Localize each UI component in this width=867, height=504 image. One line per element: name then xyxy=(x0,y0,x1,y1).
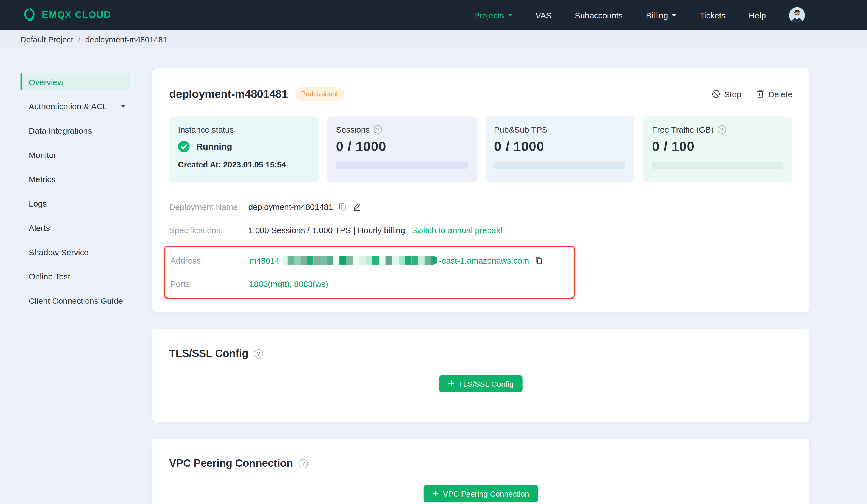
sessions-card: Sessions ? 0 / 1000 xyxy=(327,117,476,183)
pubsub-tps-card: Pub&Sub TPS 0 / 1000 xyxy=(485,117,634,183)
ports-label: Ports: xyxy=(170,278,249,288)
vpc-peering-title: VPC Peering Connection xyxy=(169,458,293,470)
sidebar-item-logs[interactable]: Logs xyxy=(21,195,131,211)
help-icon[interactable]: ? xyxy=(718,125,726,134)
ports-value: 1883(mqtt), 8083(ws) xyxy=(249,278,328,288)
sidebar-item-client-connections-guide[interactable]: Client Connections Guide xyxy=(21,292,131,309)
sidebar-item-shadow-service[interactable]: Shadow Service xyxy=(21,243,131,260)
address-label: Address: xyxy=(170,255,249,265)
nav-billing[interactable]: Billing xyxy=(646,10,676,20)
top-navbar: EMQX CLOUD Projects VAS Subaccounts Bill… xyxy=(0,0,867,30)
breadcrumb-project[interactable]: Default Project xyxy=(21,35,73,44)
trash-icon xyxy=(756,90,764,98)
help-icon[interactable]: ? xyxy=(254,349,263,358)
delete-button[interactable]: Delete xyxy=(756,89,792,99)
created-at: Created At: 2023.01.05 15:54 xyxy=(178,160,309,169)
nav-vas[interactable]: VAS xyxy=(535,10,552,20)
deployment-title: deployment-m4801481 xyxy=(169,88,288,100)
nav-tickets[interactable]: Tickets xyxy=(699,10,726,20)
main-content: deployment-m4801481 Professional Stop xyxy=(152,68,810,504)
connection-highlight-box: Address: m48014-east-1.amazonaws.com xyxy=(164,246,575,299)
tls-ssl-config-title: TLS/SSL Config xyxy=(169,347,248,359)
sessions-progress-bar xyxy=(336,162,468,169)
brand[interactable]: EMQX CLOUD xyxy=(22,6,111,24)
plus-icon xyxy=(448,379,454,388)
free-traffic-progress-bar xyxy=(652,162,783,169)
deployment-overview-card: deployment-m4801481 Professional Stop xyxy=(152,68,810,312)
deployment-name-value: deployment-m4801481 xyxy=(248,202,333,211)
address-suffix: -east-1.amazonaws.com xyxy=(439,255,529,265)
stats-row: Instance status Running Created A xyxy=(169,117,792,183)
deployment-details: Deployment Name: deployment-m4801481 xyxy=(169,198,792,299)
tps-value: 0 / 1000 xyxy=(494,139,625,154)
sidebar-item-data-integrations[interactable]: Data Integrations xyxy=(21,122,131,139)
app-viewport: EMQX CLOUD Projects VAS Subaccounts Bill… xyxy=(0,0,867,504)
switch-to-annual-prepaid-link[interactable]: Switch to annual prepaid xyxy=(412,225,503,234)
emqx-logo-icon xyxy=(22,6,37,24)
copy-icon[interactable] xyxy=(535,256,543,264)
deployment-name-label: Deployment Name: xyxy=(169,202,248,211)
copy-icon[interactable] xyxy=(339,202,347,211)
specifications-value: 1,000 Sessions / 1,000 TPS | Hourly bill… xyxy=(248,225,405,234)
sidebar-item-authentication-acl[interactable]: Authentication & ACL xyxy=(21,98,131,114)
check-circle-icon xyxy=(178,141,190,152)
chevron-down-icon xyxy=(508,13,512,16)
stop-ban-icon xyxy=(711,90,720,98)
sidebar-item-monitor[interactable]: Monitor xyxy=(21,146,131,163)
chevron-down-icon xyxy=(672,13,676,16)
plus-icon xyxy=(432,489,439,498)
top-nav-menu: Projects VAS Subaccounts Billing Tickets… xyxy=(474,7,805,23)
nav-help[interactable]: Help xyxy=(749,10,766,20)
tls-ssl-config-card: TLS/SSL Config ? TLS/SSL Config xyxy=(152,329,810,422)
sidebar-item-alerts[interactable]: Alerts xyxy=(21,219,131,236)
specifications-label: Specifications: xyxy=(169,225,248,234)
breadcrumb: Default Project / deployment-m4801481 xyxy=(0,30,867,49)
chevron-down-icon xyxy=(121,105,126,107)
sidebar-item-online-test[interactable]: Online Test xyxy=(21,268,131,284)
instance-status-card: Instance status Running Created A xyxy=(169,117,318,183)
user-avatar[interactable] xyxy=(789,7,805,23)
help-icon[interactable]: ? xyxy=(373,125,382,134)
edit-pencil-icon[interactable] xyxy=(352,202,361,211)
add-vpc-peering-button[interactable]: VPC Peering Connection xyxy=(424,485,538,502)
add-tls-ssl-config-button[interactable]: TLS/SSL Config xyxy=(439,375,522,392)
tps-progress-bar xyxy=(494,162,625,169)
free-traffic-value: 0 / 100 xyxy=(652,139,783,154)
sidebar-item-overview[interactable]: Overview xyxy=(21,74,131,90)
sessions-value: 0 / 1000 xyxy=(336,139,468,154)
nav-subaccounts[interactable]: Subaccounts xyxy=(575,10,623,20)
free-traffic-card: Free Traffic (GB) ? 0 / 100 xyxy=(643,117,792,183)
stop-button[interactable]: Stop xyxy=(711,89,741,99)
address-redacted xyxy=(281,256,438,265)
breadcrumb-current: deployment-m4801481 xyxy=(85,35,167,44)
plan-badge: Professional xyxy=(295,87,344,100)
help-icon[interactable]: ? xyxy=(299,459,308,468)
address-prefix: m48014 xyxy=(249,255,279,265)
sidebar-item-metrics[interactable]: Metrics xyxy=(21,171,131,187)
breadcrumb-separator: / xyxy=(78,35,81,44)
vpc-peering-card: VPC Peering Connection ? VPC Peering Con… xyxy=(152,439,810,504)
sidebar: Overview Authentication & ACL Data Integ… xyxy=(21,74,131,316)
nav-projects[interactable]: Projects xyxy=(474,10,513,20)
instance-status-value: Running xyxy=(196,142,232,152)
brand-name: EMQX CLOUD xyxy=(42,9,111,20)
